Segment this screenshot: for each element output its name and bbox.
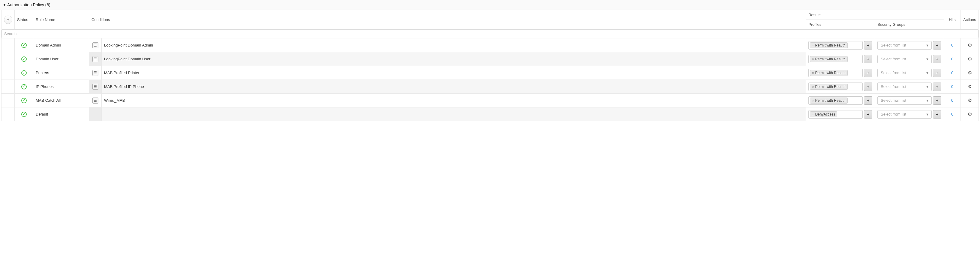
condition-icon: ☰ <box>92 84 99 90</box>
add-profile-button[interactable]: + <box>864 69 872 77</box>
condition-icon: ☰ <box>92 70 99 76</box>
profiles-select[interactable]: ×Permit with Reauth <box>808 96 863 105</box>
status-enabled-icon <box>21 98 27 103</box>
security-group-select[interactable]: Select from list▼ <box>877 69 932 77</box>
chevron-down-icon: ▼ <box>924 43 931 47</box>
gear-icon[interactable]: ⚙ <box>968 97 972 103</box>
security-group-select[interactable]: Select from list▼ <box>877 96 932 105</box>
search-input[interactable] <box>2 29 978 38</box>
add-profile-button[interactable]: + <box>864 96 872 105</box>
remove-tag-icon[interactable]: × <box>812 57 814 61</box>
table-row[interactable]: Default×DenyAccess+Select from list▼+0⚙ <box>2 107 979 121</box>
col-header-conditions: Conditions <box>89 10 806 29</box>
condition-icon: ☰ <box>92 42 99 48</box>
status-enabled-icon <box>21 70 27 76</box>
chevron-down-icon: ▼ <box>924 85 931 89</box>
security-group-placeholder: Select from list <box>878 84 924 89</box>
table-row[interactable]: Printers☰MAB Profiled Printer×Permit wit… <box>2 66 979 80</box>
add-profile-button[interactable]: + <box>864 41 872 49</box>
add-profile-button[interactable]: + <box>864 110 872 118</box>
remove-tag-icon[interactable]: × <box>812 43 814 47</box>
add-security-group-button[interactable]: + <box>933 41 941 49</box>
table-row[interactable]: Domain User☰LookingPoint Domain User×Per… <box>2 52 979 66</box>
chevron-down-icon: ▼ <box>924 113 931 116</box>
gear-icon[interactable]: ⚙ <box>968 84 972 89</box>
add-profile-button[interactable]: + <box>864 83 872 91</box>
rule-name-cell: Default <box>36 112 48 116</box>
condition-icon: ☰ <box>92 97 99 104</box>
hits-count-link[interactable]: 0 <box>947 84 958 89</box>
profiles-select[interactable]: ×Permit with Reauth <box>808 69 863 77</box>
authorization-policy-panel: ▾ Authorization Policy (6) + <box>0 0 980 121</box>
add-security-group-button[interactable]: + <box>933 96 941 105</box>
condition-text: Wired_MAB <box>104 98 125 103</box>
col-header-results: Results <box>806 10 944 20</box>
rule-name-cell: Domain Admin <box>36 43 61 48</box>
profile-tag[interactable]: ×Permit with Reauth <box>810 84 848 90</box>
panel-toggle-header[interactable]: ▾ Authorization Policy (6) <box>0 0 980 10</box>
table-row[interactable]: IP Phones☰MAB Profiled IP Phone×Permit w… <box>2 80 979 94</box>
profile-tag[interactable]: ×Permit with Reauth <box>810 97 848 104</box>
security-group-placeholder: Select from list <box>878 57 924 61</box>
col-header-profiles: Profiles <box>806 20 875 29</box>
remove-tag-icon[interactable]: × <box>812 85 814 89</box>
rule-name-cell: MAB Catch All <box>36 98 60 103</box>
security-group-select[interactable]: Select from list▼ <box>877 110 932 118</box>
table-row[interactable]: MAB Catch All☰Wired_MAB×Permit with Reau… <box>2 94 979 107</box>
add-profile-button[interactable]: + <box>864 55 872 63</box>
col-header-hits: Hits <box>944 10 961 29</box>
profiles-select[interactable]: ×Permit with Reauth <box>808 83 863 91</box>
chevron-down-icon: ▼ <box>924 57 931 61</box>
status-enabled-icon <box>21 56 27 62</box>
profiles-select[interactable]: ×Permit with Reauth <box>808 55 863 63</box>
chevron-down-icon: ▾ <box>3 3 5 7</box>
add-security-group-button[interactable]: + <box>933 55 941 63</box>
chevron-down-icon: ▼ <box>924 71 931 75</box>
add-security-group-button[interactable]: + <box>933 110 941 118</box>
security-group-placeholder: Select from list <box>878 70 924 75</box>
add-rule-button[interactable]: + <box>4 16 12 24</box>
table-row[interactable]: Domain Admin☰LookingPoint Domain Admin×P… <box>2 38 979 52</box>
policy-table: + Status Rule Name Conditions Results Hi… <box>1 10 979 121</box>
gear-icon[interactable]: ⚙ <box>968 42 972 48</box>
remove-tag-icon[interactable]: × <box>812 71 814 75</box>
security-group-select[interactable]: Select from list▼ <box>877 83 932 91</box>
security-group-placeholder: Select from list <box>878 43 924 48</box>
status-enabled-icon <box>21 112 27 117</box>
add-security-group-button[interactable]: + <box>933 83 941 91</box>
chevron-down-icon: ▼ <box>924 99 931 102</box>
hits-count-link[interactable]: 0 <box>947 112 958 116</box>
profile-tag[interactable]: ×Permit with Reauth <box>810 70 848 76</box>
profiles-select[interactable]: ×Permit with Reauth <box>808 41 863 49</box>
profile-tag[interactable]: ×Permit with Reauth <box>810 56 848 62</box>
profile-tag[interactable]: ×Permit with Reauth <box>810 42 848 48</box>
profile-tag[interactable]: ×DenyAccess <box>810 112 837 117</box>
condition-text: LookingPoint Domain User <box>104 57 151 61</box>
add-security-group-button[interactable]: + <box>933 69 941 77</box>
hits-count-link[interactable]: 0 <box>947 57 958 61</box>
col-header-actions: Actions <box>961 10 979 29</box>
condition-icon: ☰ <box>92 56 99 62</box>
rule-name-cell: Domain User <box>36 57 59 61</box>
remove-tag-icon[interactable]: × <box>812 99 814 102</box>
hits-count-link[interactable]: 0 <box>947 98 958 103</box>
rule-name-cell: IP Phones <box>36 84 54 89</box>
remove-tag-icon[interactable]: × <box>812 113 814 116</box>
condition-text: MAB Profiled IP Phone <box>104 84 144 89</box>
gear-icon[interactable]: ⚙ <box>968 112 972 117</box>
security-group-select[interactable]: Select from list▼ <box>877 41 932 49</box>
security-group-placeholder: Select from list <box>878 112 924 116</box>
col-header-security-groups: Security Groups <box>875 20 944 29</box>
profiles-select[interactable]: ×DenyAccess <box>808 110 863 118</box>
status-enabled-icon <box>21 43 27 48</box>
gear-icon[interactable]: ⚙ <box>968 56 972 62</box>
hits-count-link[interactable]: 0 <box>947 43 958 48</box>
hits-count-link[interactable]: 0 <box>947 70 958 75</box>
panel-title: Authorization Policy (6) <box>7 2 50 7</box>
condition-text: LookingPoint Domain Admin <box>104 43 153 48</box>
security-group-placeholder: Select from list <box>878 98 924 103</box>
security-group-select[interactable]: Select from list▼ <box>877 55 932 63</box>
status-enabled-icon <box>21 84 27 89</box>
col-header-rulename: Rule Name <box>33 10 89 29</box>
gear-icon[interactable]: ⚙ <box>968 70 972 76</box>
